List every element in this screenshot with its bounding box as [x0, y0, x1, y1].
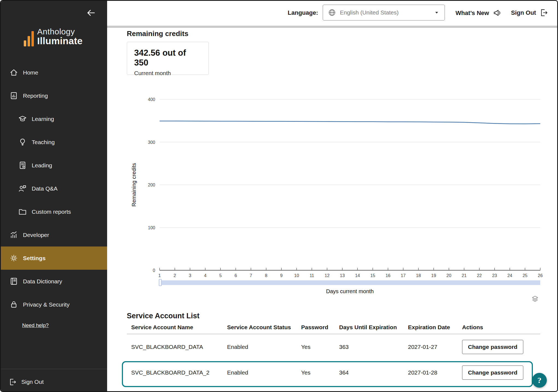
sidebar-item-label: Learning — [32, 116, 54, 122]
credits-value: 342.56 out of 350 — [134, 48, 201, 68]
need-help-link[interactable]: Need help? — [22, 322, 49, 328]
table-row: SVC_BLACKBOARD_DATA_2EnabledYes3642027-0… — [127, 360, 540, 385]
svg-text:1: 1 — [158, 273, 161, 278]
remaining-credits-chart[interactable]: 0100200300400123456789101112131415161718… — [124, 91, 544, 299]
table-body: SVC_BLACKBOARD_DATAEnabledYes3632027-01-… — [127, 334, 540, 385]
expiration-date-cell: 2027-01-27 — [408, 344, 462, 350]
arrow-left-icon — [86, 8, 98, 18]
days-until-expiration-cell: 364 — [339, 369, 408, 376]
svg-text:5: 5 — [219, 273, 222, 278]
chevron-down-icon — [434, 10, 440, 16]
chart-layers-button[interactable] — [531, 294, 541, 304]
service-account-status: Enabled — [227, 369, 301, 376]
column-header-password: Password — [301, 324, 339, 331]
globe-icon — [328, 8, 336, 17]
sidebar-item-reporting[interactable]: Reporting — [1, 84, 107, 107]
reporting-icon — [10, 91, 18, 100]
sidebar-item-label: Data Dictionary — [23, 278, 62, 285]
password-cell: Yes — [301, 369, 339, 376]
svg-text:26: 26 — [538, 273, 543, 278]
svg-text:21: 21 — [462, 273, 467, 278]
svg-text:13: 13 — [340, 273, 345, 278]
brand-illuminate: Illuminate — [37, 36, 83, 46]
whats-new-label: What’s New — [456, 10, 489, 17]
svg-text:25: 25 — [522, 273, 527, 278]
sidebar-divider — [1, 369, 107, 369]
svg-text:2: 2 — [174, 273, 176, 278]
teaching-icon — [18, 138, 27, 146]
sign-out-icon — [9, 378, 17, 386]
developer-icon — [10, 231, 18, 239]
svg-text:Remaining credits: Remaining credits — [131, 163, 137, 207]
svg-text:0: 0 — [153, 268, 155, 273]
sidebar-item-privacy-security[interactable]: Privacy & Security — [1, 293, 107, 316]
learning-icon — [18, 115, 27, 123]
change-password-button[interactable]: Change password — [462, 366, 523, 380]
language-label: Language: — [285, 9, 318, 16]
main-content: Remaining credits 342.56 out of 350 Curr… — [107, 26, 557, 392]
svg-text:19: 19 — [431, 273, 436, 278]
language-dropdown[interactable]: English (United States) — [323, 5, 445, 20]
password-cell: Yes — [301, 344, 339, 350]
column-header-service-account-name: Service Account Name — [127, 324, 227, 331]
leading-icon — [18, 161, 27, 170]
sidebar-item-learning[interactable]: Learning — [1, 107, 107, 130]
sidebar-item-home[interactable]: Home — [1, 61, 107, 84]
credits-caption: Current month — [134, 70, 201, 76]
svg-text:7: 7 — [250, 273, 252, 278]
svg-text:16: 16 — [386, 273, 390, 278]
svg-text:8: 8 — [265, 273, 268, 278]
sign-out-icon — [540, 8, 548, 17]
svg-text:15: 15 — [370, 273, 375, 278]
change-password-button[interactable]: Change password — [462, 340, 523, 354]
service-account-table: Service Account NameService Account Stat… — [127, 320, 540, 385]
dictionary-icon — [10, 277, 18, 286]
service-account-name: SVC_BLACKBOARD_DATA_2 — [127, 369, 227, 376]
svg-text:100: 100 — [148, 225, 155, 230]
sidebar-item-label: Custom reports — [32, 209, 71, 215]
sign-out-button[interactable]: Sign Out — [511, 8, 548, 17]
svg-text:9: 9 — [280, 273, 283, 278]
svg-text:Days current month: Days current month — [326, 288, 374, 294]
svg-text:24: 24 — [507, 273, 512, 278]
home-icon — [10, 68, 18, 77]
sidebar-item-custom-reports[interactable]: Custom reports — [1, 200, 107, 223]
column-header-service-account-status: Service Account Status — [227, 324, 301, 331]
sidebar-item-label: Settings — [23, 255, 46, 262]
whats-new-link[interactable]: What’s New — [456, 8, 502, 17]
dataqa-icon — [18, 184, 27, 193]
svg-text:23: 23 — [492, 273, 497, 278]
sidebar-sign-out-label: Sign Out — [21, 379, 44, 385]
svg-text:10: 10 — [294, 273, 299, 278]
service-account-name: SVC_BLACKBOARD_DATA — [127, 344, 227, 350]
sidebar-item-label: Home — [23, 69, 38, 76]
sidebar-sign-out-button[interactable]: Sign Out — [9, 374, 44, 390]
brand-logo: Anthology Illuminate — [24, 28, 83, 46]
brand-anthology: Anthology — [37, 28, 83, 36]
help-button[interactable]: ? — [532, 373, 547, 388]
sidebar-item-developer[interactable]: Developer — [1, 223, 107, 247]
folder-icon — [18, 207, 27, 216]
sign-out-label: Sign Out — [511, 9, 536, 16]
sidebar-item-data-q-a[interactable]: Data Q&A — [1, 177, 107, 200]
credits-card: 342.56 out of 350 Current month — [127, 42, 209, 75]
svg-text:18: 18 — [416, 273, 421, 278]
sidebar-item-teaching[interactable]: Teaching — [1, 130, 107, 154]
language-selected-value: English (United States) — [340, 9, 399, 16]
collapse-sidebar-button[interactable] — [86, 7, 98, 19]
actions-cell: Change password — [462, 340, 540, 354]
svg-text:22: 22 — [477, 273, 482, 278]
megaphone-icon — [493, 8, 502, 17]
sidebar-item-label: Privacy & Security — [23, 301, 69, 308]
column-header-actions: Actions — [462, 324, 540, 331]
header-shadow — [107, 26, 557, 28]
svg-text:3: 3 — [189, 273, 191, 278]
sidebar-item-settings[interactable]: Settings — [1, 247, 107, 270]
sidebar-item-label: Developer — [23, 232, 49, 238]
sidebar-item-leading[interactable]: Leading — [1, 154, 107, 177]
column-header-expiration-date: Expiration Date — [408, 324, 462, 331]
sidebar: Anthology Illuminate HomeReportingLearni… — [1, 1, 107, 391]
sidebar-item-data-dictionary[interactable]: Data Dictionary — [1, 270, 107, 293]
app-window: Anthology Illuminate HomeReportingLearni… — [0, 0, 558, 392]
sidebar-item-label: Teaching — [32, 139, 55, 145]
